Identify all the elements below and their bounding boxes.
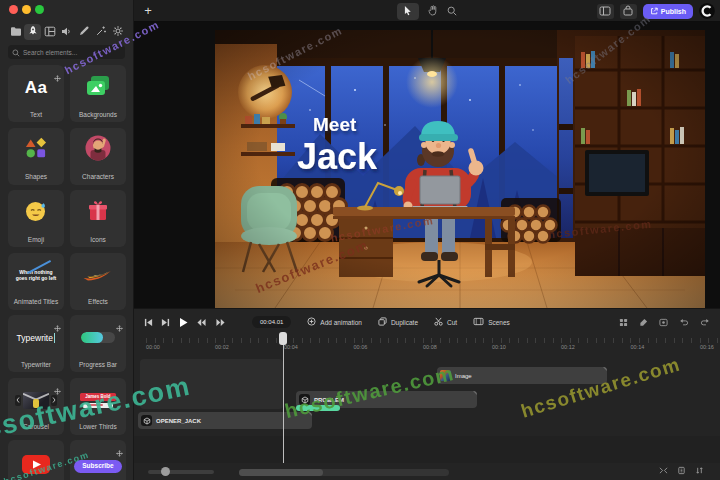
zoom-slider-track[interactable] <box>148 470 214 474</box>
tile-label: Animated Titles <box>8 299 64 306</box>
publish-button[interactable]: Publish <box>643 4 693 19</box>
pages-button[interactable] <box>677 466 686 475</box>
tile-carousel[interactable]: Carousel <box>8 378 64 435</box>
tile-backgrounds[interactable]: Backgrounds <box>70 65 126 122</box>
playhead-handle[interactable] <box>279 332 287 345</box>
tile-subscribe[interactable]: Subscribe <box>70 440 126 480</box>
grid-view-button[interactable] <box>619 318 628 327</box>
horizontal-scrollbar[interactable] <box>239 469 449 476</box>
tile-characters[interactable]: Characters <box>70 128 126 185</box>
carousel-preview <box>15 392 57 409</box>
export-icon <box>650 7 658 16</box>
close-window-button[interactable] <box>9 5 18 14</box>
audio-tab[interactable] <box>58 24 75 40</box>
subscribe-button-preview: Subscribe <box>74 460 121 474</box>
chevron-left-icon <box>15 395 21 406</box>
tile-icons[interactable]: Icons <box>70 190 126 247</box>
shapes-icon <box>25 137 48 163</box>
maximize-window-button[interactable] <box>35 5 44 14</box>
add-animation-button[interactable]: Add animation <box>307 317 362 327</box>
tile-progress-bar[interactable]: Progress Bar <box>70 315 126 372</box>
timeline-right-tools <box>619 318 710 327</box>
skip-end-button[interactable] <box>161 318 170 327</box>
active-scene-region <box>140 359 283 409</box>
plus-circle-icon <box>307 317 316 327</box>
scene-cube-icon <box>299 394 310 405</box>
scenes-button[interactable]: Scenes <box>473 317 510 327</box>
tile-label: Progress Bar <box>70 362 126 369</box>
undo-button[interactable] <box>679 318 689 327</box>
gear-icon <box>112 23 124 41</box>
magnifier-icon <box>447 2 457 20</box>
image-thumbnail <box>440 370 451 381</box>
timeline-tracks[interactable]: Image PROBLEM OPENER_JACK <box>134 357 720 463</box>
marker-pen-button[interactable] <box>639 318 648 327</box>
settings-tab[interactable] <box>109 24 126 40</box>
add-scene-button[interactable]: + <box>141 1 155 21</box>
scrollbar-thumb[interactable] <box>239 469 323 476</box>
frame-capture-button[interactable] <box>659 318 668 327</box>
main-area: + Publish <box>134 0 720 480</box>
publish-label: Publish <box>661 8 686 15</box>
fast-forward-button[interactable] <box>215 318 226 327</box>
play-button[interactable] <box>178 317 188 328</box>
cut-button[interactable]: Cut <box>434 317 457 327</box>
clip-opener-jack[interactable]: OPENER_JACK <box>138 412 312 429</box>
search-input[interactable] <box>23 49 121 56</box>
youtube-play-icon <box>21 454 51 479</box>
tile-animated-titles[interactable]: When nothing goes right go left Animated… <box>8 253 64 310</box>
video-preview-frame[interactable]: Meet Jack <box>215 30 705 308</box>
toggle-panel-button[interactable] <box>597 4 614 19</box>
files-tab[interactable] <box>7 24 24 40</box>
gift-icon <box>87 200 109 226</box>
tile-youtube[interactable] <box>8 440 64 480</box>
elements-tab[interactable] <box>24 24 41 40</box>
timeline-ruler[interactable]: 00:00 00:02 00:04 00:06 00:08 00:10 00:1… <box>134 335 720 357</box>
rocket-icon <box>27 23 39 41</box>
tile-label: Backgrounds <box>70 112 126 119</box>
clip-image[interactable]: Image <box>437 367 607 384</box>
chevron-right-icon <box>51 395 57 406</box>
hand-tool-button[interactable] <box>428 2 438 20</box>
animation-segment[interactable] <box>296 405 340 411</box>
tile-typewriter[interactable]: Typewrite Typewriter <box>8 315 64 372</box>
tile-text[interactable]: Aa Text <box>8 65 64 122</box>
magic-tab[interactable] <box>92 24 109 40</box>
current-time-display: 00:04.01 <box>252 316 291 328</box>
layout-split-icon <box>599 2 611 20</box>
tile-lower-thirds[interactable]: James Bold Lower Thirds <box>70 378 126 435</box>
fit-timeline-button[interactable] <box>659 466 668 475</box>
tile-shapes[interactable]: Shapes <box>8 128 64 185</box>
tile-effects[interactable]: Effects <box>70 253 126 310</box>
vignette <box>215 30 705 308</box>
minimize-window-button[interactable] <box>22 5 31 14</box>
caret <box>54 333 56 343</box>
account-avatar[interactable] <box>699 3 715 19</box>
draw-tab[interactable] <box>75 24 92 40</box>
duplicate-button[interactable]: Duplicate <box>378 317 418 327</box>
timeline-controls: 00:04.01 Add animation Duplicate Cut <box>134 309 720 335</box>
skip-start-button[interactable] <box>144 318 153 327</box>
characters-icon <box>85 135 111 165</box>
assets-bag-button[interactable] <box>620 4 637 19</box>
redo-button[interactable] <box>700 318 710 327</box>
zoom-slider-knob[interactable] <box>161 467 170 476</box>
zoom-tool-button[interactable] <box>447 2 457 20</box>
canvas-tools <box>397 2 457 20</box>
magic-wand-icon <box>95 23 107 41</box>
speaker-icon <box>61 23 73 41</box>
sort-tracks-button[interactable] <box>695 466 704 475</box>
clip-label: PROBLEM <box>314 397 344 403</box>
tile-label: Carousel <box>8 424 64 431</box>
templates-tab[interactable] <box>41 24 58 40</box>
window-controls <box>9 5 44 14</box>
tile-emoji[interactable]: Emoji <box>8 190 64 247</box>
select-tool-button[interactable] <box>397 3 419 20</box>
cursor-icon <box>404 2 413 20</box>
search-elements-box[interactable] <box>8 45 125 59</box>
ruler-label: 00:16 <box>700 345 714 351</box>
flame-icon <box>80 263 116 287</box>
ruler-label: 00:08 <box>423 345 437 351</box>
canvas-area: Meet Jack <box>134 22 720 308</box>
rewind-button[interactable] <box>196 318 207 327</box>
